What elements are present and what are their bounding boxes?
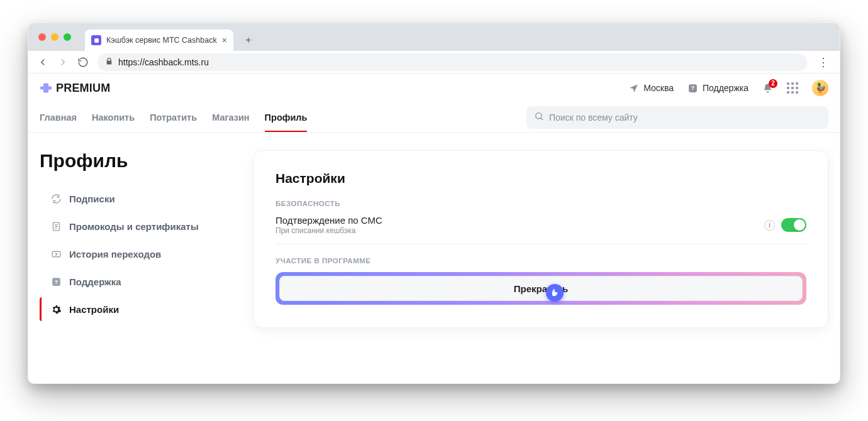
svg-text:?: ? bbox=[691, 85, 695, 91]
card-title: Настройки bbox=[275, 171, 806, 186]
nav-earn[interactable]: Накопить bbox=[92, 102, 135, 132]
section-program-label: Участие в программе bbox=[275, 257, 806, 265]
browser-tab-bar: Кэшбэк сервис МТС Cashback × + bbox=[28, 23, 840, 51]
svg-rect-4 bbox=[52, 251, 60, 257]
forward-button[interactable] bbox=[57, 57, 69, 68]
window-close-icon[interactable] bbox=[38, 33, 46, 41]
cursor-pointer-icon bbox=[546, 284, 564, 302]
sms-confirmation-row: Подтверждение по СМС При списании кешбэк… bbox=[275, 215, 806, 244]
browser-tab[interactable]: Кэшбэк сервис МТС Cashback × bbox=[85, 30, 233, 51]
nav-spend[interactable]: Потратить bbox=[150, 102, 197, 132]
sidebar-item-history[interactable]: История переходов bbox=[40, 242, 228, 266]
section-security-label: Безопасность bbox=[275, 200, 806, 207]
sidebar-item-label: История переходов bbox=[69, 249, 161, 260]
notifications-button[interactable]: 2 bbox=[762, 83, 773, 94]
help-icon: ? bbox=[687, 83, 698, 94]
gear-icon bbox=[50, 303, 62, 315]
sidebar-item-promo[interactable]: Промокоды и сертификаты bbox=[40, 214, 228, 238]
receipt-icon bbox=[50, 221, 62, 232]
question-icon: ? bbox=[50, 276, 62, 287]
info-icon[interactable]: i bbox=[764, 220, 775, 231]
lock-icon bbox=[105, 57, 113, 67]
window-minimize-icon[interactable] bbox=[51, 33, 58, 41]
site-header: PREMIUM Москва ? Поддержка 2 bbox=[28, 74, 840, 102]
avatar[interactable]: 🦆 bbox=[812, 80, 828, 96]
main-nav: Главная Накопить Потратить Магазин Профи… bbox=[28, 102, 840, 133]
logo-icon bbox=[40, 82, 52, 94]
back-button[interactable] bbox=[37, 57, 48, 68]
favicon-icon bbox=[91, 35, 101, 45]
sidebar-item-subscriptions[interactable]: Подписки bbox=[40, 187, 228, 210]
sidebar-item-support[interactable]: ? Поддержка bbox=[40, 270, 228, 293]
nav-shop[interactable]: Магазин bbox=[212, 102, 249, 132]
sms-toggle[interactable] bbox=[781, 218, 806, 232]
sms-subtitle: При списании кешбэка bbox=[275, 226, 382, 235]
search-icon bbox=[534, 111, 544, 123]
page-content: PREMIUM Москва ? Поддержка 2 bbox=[28, 74, 840, 383]
sidebar-menu: Подписки Промокоды и сертификаты История… bbox=[40, 187, 228, 321]
search-input[interactable]: Поиск по всему сайту bbox=[526, 106, 828, 129]
nav-profile[interactable]: Профиль bbox=[265, 102, 308, 132]
logo-text: PREMIUM bbox=[56, 82, 110, 95]
browser-menu-button[interactable]: ⋮ bbox=[816, 55, 831, 69]
new-tab-button[interactable]: + bbox=[240, 31, 257, 49]
sidebar-item-label: Промокоды и сертификаты bbox=[69, 221, 199, 232]
tab-title: Кэшбэк сервис МТС Cashback bbox=[106, 36, 217, 45]
url-text: https://cashback.mts.ru bbox=[118, 57, 209, 67]
reload-button[interactable] bbox=[77, 57, 89, 68]
notification-badge: 2 bbox=[769, 79, 777, 88]
nav-main[interactable]: Главная bbox=[40, 102, 77, 132]
support-label: Поддержка bbox=[703, 83, 748, 93]
window-maximize-icon[interactable] bbox=[64, 33, 71, 41]
support-link[interactable]: ? Поддержка bbox=[687, 83, 748, 94]
window-controls[interactable] bbox=[36, 23, 75, 51]
arrow-right-icon bbox=[50, 248, 62, 260]
highlight-frame: Прекратить bbox=[275, 272, 806, 305]
location-label: Москва bbox=[643, 83, 674, 93]
page-title: Профиль bbox=[40, 150, 228, 172]
sidebar-item-settings[interactable]: Настройки bbox=[40, 297, 228, 321]
location-icon bbox=[628, 83, 639, 94]
svg-text:?: ? bbox=[54, 278, 58, 285]
search-placeholder: Поиск по всему сайту bbox=[549, 112, 638, 123]
sidebar-item-label: Поддержка bbox=[69, 276, 121, 287]
refresh-icon bbox=[50, 193, 62, 204]
svg-point-2 bbox=[536, 113, 542, 119]
browser-toolbar: https://cashback.mts.ru ⋮ bbox=[28, 51, 840, 74]
browser-window: Кэшбэк сервис МТС Cashback × + https://c… bbox=[28, 23, 840, 384]
stop-button[interactable]: Прекратить bbox=[279, 276, 803, 301]
apps-grid-button[interactable] bbox=[787, 82, 798, 94]
sms-title: Подтверждение по СМС bbox=[275, 215, 382, 226]
logo[interactable]: PREMIUM bbox=[40, 82, 110, 95]
address-bar[interactable]: https://cashback.mts.ru bbox=[97, 53, 807, 71]
tab-close-icon[interactable]: × bbox=[222, 36, 227, 45]
sidebar-item-label: Подписки bbox=[69, 194, 115, 204]
sidebar-item-label: Настройки bbox=[69, 304, 119, 315]
location-selector[interactable]: Москва bbox=[628, 83, 674, 94]
settings-card: Настройки Безопасность Подтверждение по … bbox=[253, 150, 828, 328]
